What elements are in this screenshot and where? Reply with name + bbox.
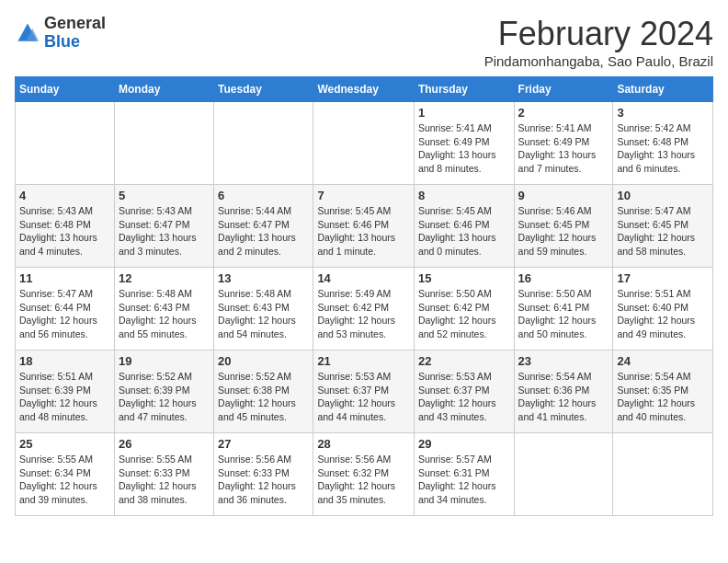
weekday-header: Sunday [16, 77, 115, 102]
day-info: Sunrise: 5:42 AM Sunset: 6:48 PM Dayligh… [617, 121, 709, 176]
weekday-header: Thursday [414, 77, 514, 102]
calendar-cell: 15Sunrise: 5:50 AM Sunset: 6:42 PM Dayli… [414, 268, 514, 350]
day-info: Sunrise: 5:52 AM Sunset: 6:38 PM Dayligh… [218, 370, 309, 424]
calendar-cell: 6Sunrise: 5:44 AM Sunset: 6:47 PM Daylig… [214, 185, 313, 268]
calendar-cell: 14Sunrise: 5:49 AM Sunset: 6:42 PM Dayli… [313, 268, 415, 350]
day-info: Sunrise: 5:51 AM Sunset: 6:39 PM Dayligh… [19, 370, 110, 424]
day-info: Sunrise: 5:49 AM Sunset: 6:42 PM Dayligh… [317, 287, 410, 341]
day-info: Sunrise: 5:43 AM Sunset: 6:47 PM Dayligh… [119, 204, 210, 259]
title-block: February 2024 Pindamonhangaba, Sao Paulo… [484, 15, 713, 69]
day-info: Sunrise: 5:46 AM Sunset: 6:45 PM Dayligh… [518, 204, 609, 259]
day-number: 12 [119, 271, 210, 285]
day-info: Sunrise: 5:48 AM Sunset: 6:43 PM Dayligh… [218, 287, 309, 341]
day-info: Sunrise: 5:41 AM Sunset: 6:49 PM Dayligh… [518, 121, 609, 176]
day-info: Sunrise: 5:41 AM Sunset: 6:49 PM Dayligh… [418, 121, 510, 176]
calendar-cell: 20Sunrise: 5:52 AM Sunset: 6:38 PM Dayli… [214, 350, 313, 433]
calendar-cell: 29Sunrise: 5:57 AM Sunset: 6:31 PM Dayli… [414, 433, 514, 516]
calendar-cell [313, 102, 415, 185]
day-number: 5 [119, 189, 210, 202]
day-info: Sunrise: 5:56 AM Sunset: 6:33 PM Dayligh… [218, 453, 309, 507]
calendar-cell: 23Sunrise: 5:54 AM Sunset: 6:36 PM Dayli… [514, 350, 613, 433]
weekday-header-row: SundayMondayTuesdayWednesdayThursdayFrid… [16, 77, 713, 102]
day-info: Sunrise: 5:44 AM Sunset: 6:47 PM Dayligh… [218, 204, 309, 259]
day-number: 23 [518, 354, 609, 368]
day-info: Sunrise: 5:55 AM Sunset: 6:33 PM Dayligh… [119, 453, 210, 507]
day-number: 1 [418, 106, 510, 120]
day-info: Sunrise: 5:45 AM Sunset: 6:46 PM Dayligh… [317, 204, 410, 259]
day-info: Sunrise: 5:45 AM Sunset: 6:46 PM Dayligh… [418, 204, 510, 259]
calendar-week-row: 18Sunrise: 5:51 AM Sunset: 6:39 PM Dayli… [16, 350, 713, 433]
calendar-week-row: 4Sunrise: 5:43 AM Sunset: 6:48 PM Daylig… [16, 185, 713, 268]
day-info: Sunrise: 5:54 AM Sunset: 6:35 PM Dayligh… [617, 370, 709, 424]
day-number: 20 [218, 354, 309, 368]
calendar-week-row: 11Sunrise: 5:47 AM Sunset: 6:44 PM Dayli… [16, 268, 713, 350]
weekday-header: Wednesday [313, 77, 415, 102]
day-info: Sunrise: 5:53 AM Sunset: 6:37 PM Dayligh… [418, 370, 510, 424]
calendar-cell: 19Sunrise: 5:52 AM Sunset: 6:39 PM Dayli… [114, 350, 213, 433]
day-info: Sunrise: 5:48 AM Sunset: 6:43 PM Dayligh… [119, 287, 210, 341]
day-number: 18 [19, 354, 110, 368]
day-number: 3 [617, 106, 709, 120]
calendar-cell: 24Sunrise: 5:54 AM Sunset: 6:35 PM Dayli… [613, 350, 713, 433]
logo-icon [15, 20, 40, 46]
weekday-header: Tuesday [214, 77, 313, 102]
weekday-header: Friday [514, 77, 613, 102]
calendar-cell: 25Sunrise: 5:55 AM Sunset: 6:34 PM Dayli… [16, 433, 115, 516]
calendar-cell [214, 102, 313, 185]
day-info: Sunrise: 5:47 AM Sunset: 6:44 PM Dayligh… [19, 287, 110, 341]
day-number: 4 [19, 189, 110, 202]
calendar-week-row: 25Sunrise: 5:55 AM Sunset: 6:34 PM Dayli… [16, 433, 713, 516]
day-number: 8 [418, 189, 510, 202]
day-number: 13 [218, 271, 309, 285]
logo-blue: Blue [44, 32, 80, 51]
calendar-cell: 27Sunrise: 5:56 AM Sunset: 6:33 PM Dayli… [214, 433, 313, 516]
day-info: Sunrise: 5:47 AM Sunset: 6:45 PM Dayligh… [617, 204, 709, 259]
location: Pindamonhangaba, Sao Paulo, Brazil [484, 53, 713, 69]
day-info: Sunrise: 5:56 AM Sunset: 6:32 PM Dayligh… [317, 453, 410, 507]
day-number: 21 [317, 354, 410, 368]
day-info: Sunrise: 5:54 AM Sunset: 6:36 PM Dayligh… [518, 370, 609, 424]
calendar-table: SundayMondayTuesdayWednesdayThursdayFrid… [15, 76, 713, 516]
logo-text: General Blue [44, 15, 106, 52]
logo: General Blue [15, 15, 106, 52]
calendar-week-row: 1Sunrise: 5:41 AM Sunset: 6:49 PM Daylig… [16, 102, 713, 185]
calendar-cell: 18Sunrise: 5:51 AM Sunset: 6:39 PM Dayli… [16, 350, 115, 433]
calendar-cell: 8Sunrise: 5:45 AM Sunset: 6:46 PM Daylig… [414, 185, 514, 268]
calendar-cell: 7Sunrise: 5:45 AM Sunset: 6:46 PM Daylig… [313, 185, 415, 268]
calendar-cell: 1Sunrise: 5:41 AM Sunset: 6:49 PM Daylig… [414, 102, 514, 185]
calendar-cell [613, 433, 713, 516]
logo-general: General [44, 14, 106, 32]
calendar-cell: 22Sunrise: 5:53 AM Sunset: 6:37 PM Dayli… [414, 350, 514, 433]
calendar-cell: 9Sunrise: 5:46 AM Sunset: 6:45 PM Daylig… [514, 185, 613, 268]
calendar-cell: 21Sunrise: 5:53 AM Sunset: 6:37 PM Dayli… [313, 350, 415, 433]
day-number: 14 [317, 271, 410, 285]
day-number: 25 [19, 437, 110, 451]
day-number: 19 [119, 354, 210, 368]
day-number: 16 [518, 271, 609, 285]
calendar-cell: 13Sunrise: 5:48 AM Sunset: 6:43 PM Dayli… [214, 268, 313, 350]
calendar-cell [514, 433, 613, 516]
calendar-cell: 10Sunrise: 5:47 AM Sunset: 6:45 PM Dayli… [613, 185, 713, 268]
day-info: Sunrise: 5:53 AM Sunset: 6:37 PM Dayligh… [317, 370, 410, 424]
day-number: 10 [617, 189, 709, 202]
calendar-cell: 2Sunrise: 5:41 AM Sunset: 6:49 PM Daylig… [514, 102, 613, 185]
day-number: 2 [518, 106, 609, 120]
calendar-cell: 17Sunrise: 5:51 AM Sunset: 6:40 PM Dayli… [613, 268, 713, 350]
day-number: 7 [317, 189, 410, 202]
day-number: 6 [218, 189, 309, 202]
calendar-cell: 3Sunrise: 5:42 AM Sunset: 6:48 PM Daylig… [613, 102, 713, 185]
day-number: 27 [218, 437, 309, 451]
day-number: 26 [119, 437, 210, 451]
calendar-cell: 5Sunrise: 5:43 AM Sunset: 6:47 PM Daylig… [114, 185, 213, 268]
calendar-cell: 12Sunrise: 5:48 AM Sunset: 6:43 PM Dayli… [114, 268, 213, 350]
day-number: 24 [617, 354, 709, 368]
page-header: General Blue February 2024 Pindamonhanga… [15, 15, 713, 69]
day-number: 15 [418, 271, 510, 285]
calendar-cell: 26Sunrise: 5:55 AM Sunset: 6:33 PM Dayli… [114, 433, 213, 516]
day-info: Sunrise: 5:52 AM Sunset: 6:39 PM Dayligh… [119, 370, 210, 424]
day-number: 22 [418, 354, 510, 368]
calendar-cell: 28Sunrise: 5:56 AM Sunset: 6:32 PM Dayli… [313, 433, 415, 516]
day-info: Sunrise: 5:50 AM Sunset: 6:41 PM Dayligh… [518, 287, 609, 341]
calendar-cell [114, 102, 213, 185]
calendar-cell: 11Sunrise: 5:47 AM Sunset: 6:44 PM Dayli… [16, 268, 115, 350]
